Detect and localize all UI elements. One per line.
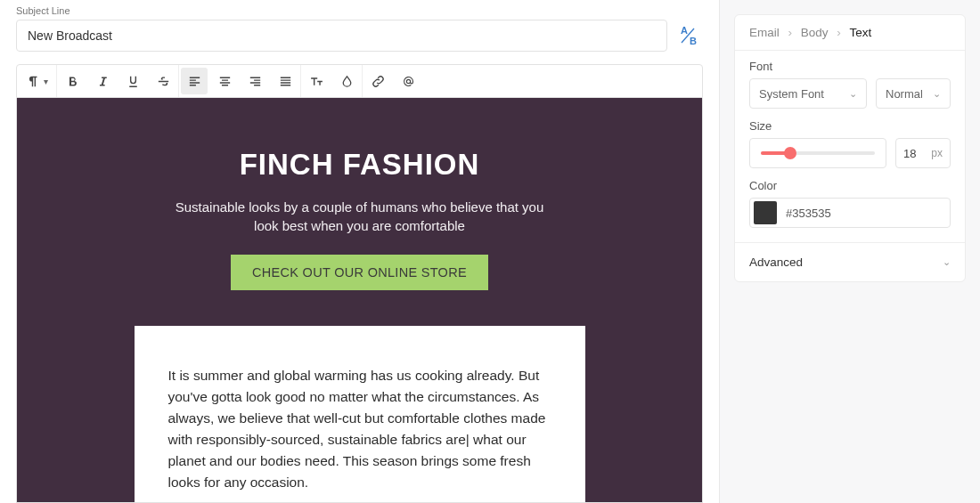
slider-thumb[interactable]	[784, 147, 796, 159]
color-swatch[interactable]	[754, 201, 777, 224]
at-icon	[401, 74, 416, 89]
text-size-button[interactable]	[303, 68, 330, 94]
link-button[interactable]	[364, 68, 391, 94]
align-justify-icon	[278, 74, 293, 89]
italic-icon	[95, 74, 110, 89]
align-left-icon	[187, 74, 202, 89]
hero-title: FINCH FASHION	[53, 148, 666, 182]
subject-label: Subject Line	[16, 5, 703, 16]
color-input[interactable]: #353535	[749, 198, 951, 228]
align-justify-button[interactable]	[272, 68, 298, 94]
align-center-icon	[217, 74, 233, 89]
font-family-select[interactable]: System Font⌄	[749, 78, 867, 109]
body-paragraph[interactable]: It is summer and global warming has us c…	[168, 365, 551, 493]
editor-toolbar: ▾	[16, 64, 703, 98]
inspector-panel: Email › Body › Text Font System Font⌄ No…	[734, 14, 966, 282]
advanced-toggle[interactable]: Advanced ⌄	[735, 242, 965, 281]
text-color-button[interactable]	[333, 68, 360, 94]
body-card[interactable]: It is summer and global warming has us c…	[135, 326, 585, 503]
text-size-icon	[309, 74, 324, 89]
bold-icon	[65, 74, 80, 89]
subject-input[interactable]	[16, 20, 667, 52]
cta-button[interactable]: CHECK OUT OUR ONLINE STORE	[231, 255, 488, 290]
size-slider[interactable]	[749, 138, 886, 168]
size-label: Size	[749, 119, 951, 133]
font-label: Font	[749, 60, 951, 73]
color-label: Color	[749, 179, 951, 192]
hero-subtitle: Sustainable looks by a couple of humans …	[168, 198, 551, 235]
crumb-text: Text	[850, 26, 872, 39]
align-right-button[interactable]	[241, 68, 268, 94]
chevron-down-icon: ⌄	[849, 88, 857, 100]
chevron-right-icon: ›	[788, 26, 793, 39]
crumb-body[interactable]: Body	[801, 26, 829, 39]
svg-text:A: A	[681, 25, 688, 36]
align-center-button[interactable]	[211, 68, 238, 94]
drop-icon	[339, 74, 355, 89]
paragraph-style-button[interactable]: ▾	[19, 68, 54, 94]
link-icon	[371, 74, 386, 89]
chevron-right-icon: ›	[837, 26, 841, 39]
email-canvas[interactable]: FINCH FASHION Sustainable looks by a cou…	[16, 98, 703, 503]
pilcrow-icon	[25, 74, 40, 89]
underline-button[interactable]	[119, 68, 146, 94]
ab-test-icon: A B	[675, 23, 700, 48]
align-right-icon	[248, 74, 263, 89]
ab-test-button[interactable]: A B	[673, 20, 703, 52]
hero-section: FINCH FASHION Sustainable looks by a cou…	[17, 98, 702, 326]
bold-button[interactable]	[59, 68, 86, 94]
font-weight-select[interactable]: Normal⌄	[876, 78, 951, 109]
chevron-down-icon: ⌄	[943, 256, 951, 268]
strikethrough-button[interactable]	[150, 68, 176, 94]
svg-text:B: B	[690, 36, 697, 46]
chevron-down-icon: ▾	[44, 77, 48, 86]
underline-icon	[126, 74, 141, 89]
mention-button[interactable]	[395, 68, 421, 94]
size-input[interactable]: 18px	[895, 138, 951, 168]
crumb-email[interactable]: Email	[749, 26, 780, 39]
strikethrough-icon	[156, 74, 171, 89]
align-left-button[interactable]	[181, 68, 208, 94]
breadcrumb: Email › Body › Text	[735, 15, 965, 51]
italic-button[interactable]	[89, 68, 116, 94]
chevron-down-icon: ⌄	[933, 88, 941, 100]
